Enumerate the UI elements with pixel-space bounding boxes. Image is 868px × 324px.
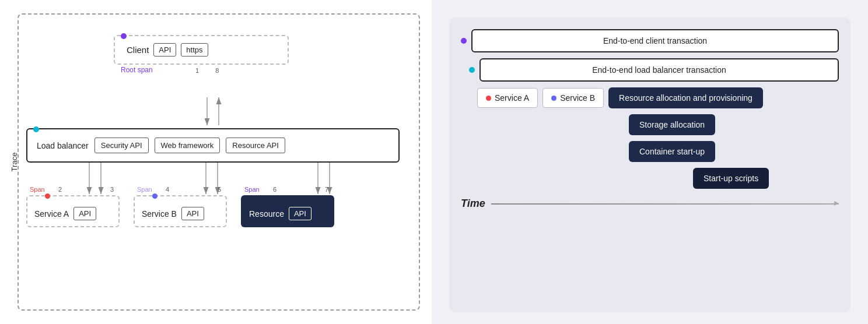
resource-api-box: API (289, 207, 312, 220)
client-inner: Client API https (127, 43, 276, 57)
storage-alloc-btn: Storage allocation (629, 114, 715, 135)
lb-cyan-dot (33, 126, 39, 132)
span-c-inner: Resource API (249, 207, 326, 220)
service-b-api: API (181, 207, 204, 220)
span-b-num5: 5 (218, 186, 221, 193)
span-c-num6: 6 (273, 186, 276, 193)
client-transaction-bar: End-to-end client transaction (471, 29, 839, 52)
num8: 8 (215, 67, 219, 74)
service-a-api: API (74, 207, 96, 220)
client-transaction-row: End-to-end client transaction (461, 29, 839, 52)
container-startup-row: Container start-up (477, 141, 839, 162)
span-c-box: Resource API (241, 195, 334, 227)
client-dot-right (461, 38, 467, 44)
resource-api-tag: Resource API (226, 138, 285, 153)
web-framework-tag: Web framework (155, 138, 220, 153)
client-box: Client API https Root span (114, 35, 289, 65)
security-api-tag: Security API (94, 138, 149, 153)
span-a-box: Service A API (26, 195, 120, 227)
resource-alloc-btn: Resource allocation and provisioning (608, 87, 763, 108)
span-a-dot (45, 193, 50, 199)
span-b-dot (152, 193, 158, 199)
lb-container: Load balancer Security API Web framework… (26, 128, 400, 163)
lb-box: Load balancer Security API Web framework… (26, 128, 400, 163)
time-label: Time (461, 198, 485, 210)
time-row: Time (461, 195, 839, 210)
client-api-tag: API (153, 43, 176, 57)
span-b-wrapper: Span 4 5 Service B API (134, 195, 227, 227)
client-area: Client API https Root span 1 8 (114, 32, 289, 74)
span-b-label: Span (137, 186, 152, 193)
span-b-num4: 4 (166, 186, 169, 193)
client-text: Client (127, 45, 149, 55)
span-a-label: Span (30, 186, 45, 193)
span-c-label: Span (244, 186, 260, 193)
span-a-wrapper: Span 2 3 Service A API (26, 195, 120, 227)
spans-row: Span 2 3 Service A API Span 4 5 (26, 195, 334, 227)
service-a-text: Service A (34, 209, 69, 219)
service-b-text: Service B (142, 209, 177, 219)
root-span-label: Root span (121, 66, 153, 74)
lb-transaction-bar: End-to-end load balancer transaction (480, 58, 839, 82)
service-a-badge: Service A (477, 88, 538, 108)
time-arrow (491, 203, 839, 205)
span-b-inner: Service B API (142, 207, 219, 220)
span-a-inner: Service A API (34, 207, 111, 220)
span-a-num2: 2 (58, 186, 62, 193)
span-b-box: Service B API (134, 195, 227, 227)
client-https-tag: https (181, 43, 208, 57)
diagram-area: Client API https Root span 1 8 Load bala… (20, 26, 417, 298)
outer-dashed-border: Client API https Root span 1 8 Load bala… (18, 13, 420, 311)
resource-text: Resource (249, 209, 284, 219)
span-c-num7: 7 (325, 186, 328, 193)
service-b-dot-right (551, 96, 556, 101)
num1: 1 (195, 67, 199, 74)
startup-scripts-btn: Start-up scripts (693, 168, 769, 189)
lb-transaction-row: End-to-end load balancer transaction (461, 58, 839, 82)
service-b-label: Service B (560, 93, 595, 103)
service-a-dot-right (486, 96, 491, 101)
service-a-label: Service A (495, 93, 529, 103)
container-startup-btn: Container start-up (629, 141, 715, 162)
startup-scripts-row: Start-up scripts (477, 168, 839, 189)
right-panel: End-to-end client transaction End-to-end… (432, 0, 868, 324)
lb-dot-right (469, 67, 475, 73)
right-inner: End-to-end client transaction End-to-end… (449, 17, 850, 312)
client-dot (121, 33, 127, 39)
span-a-num3: 3 (110, 186, 114, 193)
left-panel: Trace (0, 0, 432, 324)
span-c-wrapper: Span 6 7 Resource API (241, 195, 334, 227)
service-b-badge: Service B (542, 88, 604, 108)
services-row: Service A Service B Resource allocation … (477, 87, 855, 108)
lb-text: Load balancer (37, 141, 89, 150)
storage-alloc-row: Storage allocation (477, 114, 839, 135)
